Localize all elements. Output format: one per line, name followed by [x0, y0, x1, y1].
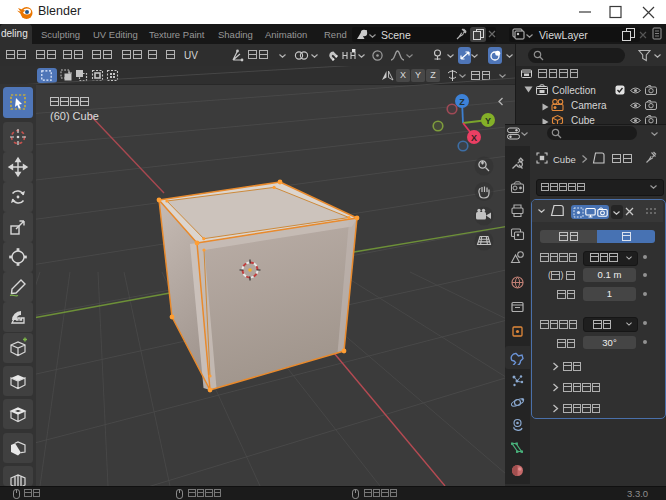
- svg-text:X: X: [471, 133, 477, 143]
- svg-text:Y: Y: [485, 116, 491, 126]
- svg-text:Z: Z: [459, 97, 465, 107]
